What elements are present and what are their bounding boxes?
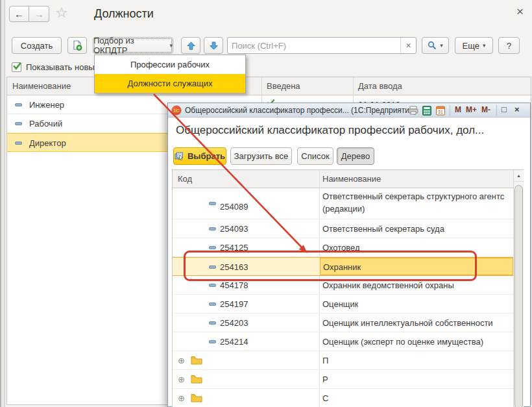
folder-icon (191, 356, 202, 365)
classifier-row[interactable]: 254203 Оценщик интеллектуальной собствен… (173, 314, 513, 332)
code-cell: 454178 (220, 280, 248, 290)
name-cell: Охранник (323, 262, 361, 272)
document-plus-icon (72, 40, 82, 51)
titlebar-separator (496, 105, 497, 116)
folder-icon (191, 375, 202, 384)
list-view-button[interactable]: Список (297, 147, 333, 165)
expand-icon[interactable]: ⊕ (178, 375, 185, 384)
create-button[interactable]: Создать (12, 37, 62, 54)
list-item-icon (209, 321, 216, 325)
print-icon[interactable] (408, 106, 418, 115)
window-left-edge (0, 0, 5, 407)
classifier-row-selected[interactable]: 254163 Охранник (173, 257, 513, 276)
group-name-cell: С (322, 393, 328, 403)
classifier-row[interactable]: 254214 Оценщик (эксперт по оценке имущес… (173, 332, 513, 351)
code-cell: 254203 (220, 318, 248, 328)
move-down-button[interactable] (204, 37, 223, 54)
pick-dropdown-menu: Профессии рабочих Должности служащих (94, 55, 246, 93)
scroll-up-icon[interactable]: ▲ (514, 170, 524, 182)
svg-text:31: 31 (438, 110, 443, 114)
titlebar-separator (450, 105, 450, 116)
selected-name-cell: Охранник (320, 258, 513, 275)
classifier-group-row[interactable]: ⊕ Р (173, 370, 513, 389)
back-icon: ← (14, 8, 24, 19)
position-name: Инженер (29, 100, 64, 110)
code-cell: 254089 (220, 202, 248, 212)
code-cell: 254214 (220, 337, 248, 347)
name-cell-line1: Ответственный секретарь структурного аге… (322, 191, 504, 201)
classifier-row[interactable]: 254125 Охотовед (173, 238, 513, 257)
code-cell: 254125 (220, 243, 248, 253)
back-button[interactable]: ← (9, 6, 29, 22)
list-item-icon (209, 340, 216, 343)
name-cell-line2: (редакции) (322, 204, 365, 214)
forward-button[interactable]: → (29, 6, 49, 22)
menu-item-worker-professions[interactable]: Профессии рабочих (95, 55, 245, 74)
list-view-label: Список (301, 151, 329, 161)
list-item-icon (209, 265, 216, 269)
column-header-introduced[interactable]: Введена (267, 81, 300, 91)
form-close-icon[interactable]: × (516, 5, 524, 19)
pick-from-okpdtr-button[interactable]: Подбор из ОКПДТР ▾ (93, 37, 173, 54)
search-clear-icon[interactable]: × (400, 38, 416, 53)
forward-icon: → (34, 8, 44, 19)
column-header-name[interactable]: Наименование (12, 81, 71, 91)
dialog-titlebar[interactable]: 1С Общероссийский классификатор професси… (168, 103, 530, 117)
app-window: ← → ☆ Должности × Создать Подбор из ОКПД… (0, 0, 532, 407)
classifier-row[interactable]: 254093 Ответственный секретарь суда (173, 219, 513, 238)
move-up-button[interactable] (181, 37, 200, 54)
search-input[interactable] (228, 41, 400, 51)
maximize-icon[interactable]: □ (502, 105, 507, 114)
name-cell: Ответственный секретарь суда (322, 224, 444, 234)
column-header-entry-date[interactable]: Дата ввода (358, 81, 402, 91)
classifier-dialog: 1С Общероссийский классификатор професси… (167, 103, 531, 407)
folder-icon (191, 393, 202, 402)
list-item-icon (15, 122, 22, 125)
list-item-icon (209, 227, 216, 230)
scrollbar-thumb[interactable] (514, 185, 523, 407)
dialog-title: Общероссийский классификатор професси...… (185, 106, 417, 115)
list-item-icon (15, 142, 22, 145)
code-cell: 254197 (220, 299, 248, 309)
load-all-label: Загрузить все (234, 151, 288, 161)
load-all-button[interactable]: Загрузить все (230, 147, 292, 165)
classifier-row[interactable]: 454178 Охранник ведомственной охраны (173, 276, 513, 295)
search-options-button[interactable]: ▾ (422, 37, 449, 54)
expand-icon[interactable]: ⊕ (178, 394, 185, 402)
vertical-scrollbar[interactable]: ▲ (513, 170, 524, 407)
positions-table-header: Наименование Введена Дата ввода (7, 77, 531, 95)
classifier-row[interactable]: 254197 Оценщик (173, 295, 513, 314)
memory-button[interactable]: M (455, 105, 461, 114)
pick-from-okpdtr-label: Подбор из ОКПДТР (93, 36, 166, 55)
tree-view-button[interactable]: Дерево (337, 147, 374, 165)
memory-minus-button[interactable]: M- (481, 105, 490, 114)
classifier-row[interactable]: 254089 Ответственный секретарь структурн… (173, 188, 513, 219)
show-predefined-checkbox[interactable] (12, 62, 21, 72)
calculator-icon[interactable] (422, 106, 431, 116)
nav-history-group: ← → (9, 6, 49, 22)
dropdown-caret-icon: ▾ (483, 42, 486, 49)
select-pick-icon (175, 152, 184, 160)
name-cell: Оценщик (эксперт по оценке имущества) (322, 337, 483, 347)
help-button[interactable]: ? (498, 37, 520, 54)
dialog-close-icon[interactable]: × (514, 105, 520, 114)
classifier-group-row[interactable]: ⊕ С (173, 389, 513, 407)
column-header-code[interactable]: Код (178, 174, 192, 184)
search-field: × (227, 37, 417, 54)
position-name: Рабочий (29, 119, 62, 129)
classifier-table-header: Код Наименование (173, 170, 523, 188)
code-cell: 254093 (220, 224, 248, 234)
create-copy-button[interactable] (67, 37, 87, 54)
select-button[interactable]: Выбрать (173, 147, 226, 165)
1c-logo-icon: 1С (171, 105, 182, 116)
select-button-label: Выбрать (187, 151, 225, 161)
expand-icon[interactable]: ⊕ (178, 356, 185, 365)
position-name: Директор (29, 138, 66, 148)
memory-plus-button[interactable]: M+ (466, 105, 477, 114)
more-button[interactable]: Еще ▾ (455, 37, 493, 54)
classifier-group-row[interactable]: ⊕ П (173, 351, 513, 370)
calendar-icon[interactable]: 31 (436, 106, 445, 116)
favorite-star-icon[interactable]: ☆ (55, 5, 68, 21)
menu-item-employee-positions[interactable]: Должности служащих (95, 74, 245, 93)
column-header-name[interactable]: Наименование (322, 174, 381, 184)
